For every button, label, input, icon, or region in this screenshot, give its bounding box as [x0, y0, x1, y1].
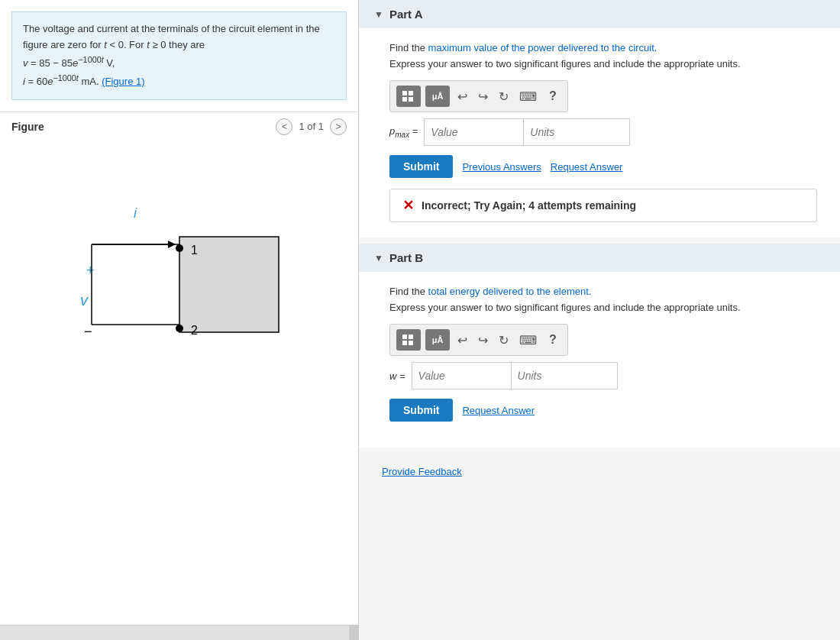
part-b-value-input[interactable]: [412, 362, 511, 389]
part-a-value-input[interactable]: [424, 118, 523, 146]
part-a-feedback-box: ✕ Incorrect; Try Again; 4 attempts remai…: [389, 189, 817, 222]
svg-text:−: −: [84, 324, 92, 339]
part-a-answer-row: pmax =: [389, 118, 817, 146]
problem-description: The voltage and current at the terminals…: [11, 11, 347, 100]
svg-point-10: [176, 244, 183, 252]
svg-text:1: 1: [191, 244, 198, 257]
part-b-toolbar: μÅ ↩ ↪ ↻ ⌨ ?: [389, 324, 568, 356]
part-a-previous-answers-button[interactable]: Previous Answers: [462, 161, 541, 173]
problem-line1: The voltage and current at the terminals…: [23, 23, 320, 34]
part-b-action-row: Submit Request Answer: [389, 399, 817, 422]
svg-rect-15: [409, 91, 413, 95]
figure-section: Figure < 1 of 1 > i + v −: [0, 112, 358, 640]
circuit-diagram: i + v − 1: [34, 164, 325, 355]
part-b-undo-button[interactable]: ↩: [454, 331, 470, 349]
part-a-action-row: Submit Previous Answers Request Answer: [389, 155, 817, 178]
svg-text:v: v: [80, 292, 89, 309]
part-b-submit-button[interactable]: Submit: [389, 399, 453, 422]
part-a-request-answer-button[interactable]: Request Answer: [551, 161, 623, 173]
svg-rect-19: [409, 335, 413, 339]
part-b-keyboard-button[interactable]: ⌨: [516, 331, 540, 349]
svg-text:i: i: [134, 205, 137, 221]
right-panel: ▼ Part A Find the maximum value of the p…: [359, 0, 840, 640]
svg-rect-16: [402, 97, 407, 102]
part-b-highlight: total energy delivered to the element.: [428, 286, 592, 297]
svg-rect-20: [402, 341, 407, 345]
part-b-request-answer-button[interactable]: Request Answer: [462, 405, 535, 416]
part-a-submit-button[interactable]: Submit: [389, 155, 453, 178]
part-b-help-button[interactable]: ?: [544, 331, 561, 348]
part-a-instruction: Express your answer to two significant f…: [389, 58, 817, 69]
part-a-help-button[interactable]: ?: [544, 88, 561, 105]
part-b-instruction: Express your answer to two significant f…: [389, 302, 817, 313]
part-a-answer-label: pmax =: [389, 125, 418, 139]
svg-text:2: 2: [191, 324, 198, 337]
part-a-keyboard-button[interactable]: ⌨: [516, 88, 540, 105]
part-a-highlight: maximum value of the power delivered to …: [428, 42, 657, 53]
figure-link[interactable]: (Figure 1): [102, 76, 144, 87]
part-a-body: Find the maximum value of the power deli…: [359, 28, 840, 238]
part-b-chevron: ▼: [374, 253, 383, 263]
figure-nav: < 1 of 1 >: [276, 118, 347, 135]
svg-rect-14: [402, 91, 407, 95]
svg-rect-17: [409, 97, 413, 102]
part-b-question: Find the total energy delivered to the e…: [389, 286, 817, 297]
part-a-question: Find the maximum value of the power deli…: [389, 42, 817, 53]
part-b-label: Part B: [389, 251, 423, 264]
part-b-section: ▼ Part B Find the total energy delivered…: [359, 244, 840, 448]
part-a-redo-button[interactable]: ↪: [475, 88, 491, 105]
part-b-redo-button[interactable]: ↪: [475, 331, 491, 349]
part-b-matrix-button[interactable]: [396, 329, 421, 351]
figure-prev-button[interactable]: <: [276, 118, 292, 135]
figure-next-button[interactable]: >: [330, 118, 347, 135]
part-a-label: Part A: [389, 8, 423, 21]
svg-point-12: [176, 325, 183, 332]
figure-title: Figure: [11, 121, 44, 133]
figure-nav-label: 1 of 1: [299, 121, 324, 132]
svg-rect-18: [402, 335, 407, 339]
problem-line3: v = 85 − 85e−1000t V,: [23, 57, 115, 69]
part-a-feedback-text: Incorrect; Try Again; 4 attempts remaini…: [422, 199, 636, 212]
part-a-chevron: ▼: [374, 9, 383, 20]
part-a-refresh-button[interactable]: ↻: [496, 88, 512, 105]
part-a-mu-button[interactable]: μÅ: [425, 86, 450, 107]
provide-feedback-link[interactable]: Provide Feedback: [359, 454, 840, 490]
part-b-answer-row: w =: [389, 362, 817, 389]
part-b-answer-label: w =: [389, 370, 405, 382]
part-a-matrix-button[interactable]: [396, 86, 421, 107]
problem-line4: i = 60e−1000t mA. (Figure 1): [23, 76, 145, 87]
part-b-body: Find the total energy delivered to the e…: [359, 272, 840, 448]
part-b-refresh-button[interactable]: ↻: [496, 331, 512, 349]
svg-rect-21: [409, 341, 413, 345]
part-a-undo-button[interactable]: ↩: [454, 88, 470, 105]
part-b-mu-button[interactable]: μÅ: [425, 329, 450, 351]
figure-canvas: i + v − 1: [0, 141, 358, 625]
part-a-header[interactable]: ▼ Part A: [359, 0, 840, 28]
part-a-section: ▼ Part A Find the maximum value of the p…: [359, 0, 840, 238]
part-b-header[interactable]: ▼ Part B: [359, 244, 840, 272]
svg-text:+: +: [86, 263, 95, 278]
figure-header: Figure < 1 of 1 >: [0, 112, 358, 141]
left-panel: The voltage and current at the terminals…: [0, 0, 359, 640]
part-b-units-input[interactable]: [511, 362, 618, 389]
problem-line2: figure are zero for t < 0. For t ≥ figur…: [23, 39, 205, 50]
part-a-toolbar: μÅ ↩ ↪ ↻ ⌨ ?: [389, 80, 568, 112]
part-a-units-input[interactable]: [523, 118, 630, 146]
part-a-feedback-icon: ✕: [402, 197, 414, 214]
